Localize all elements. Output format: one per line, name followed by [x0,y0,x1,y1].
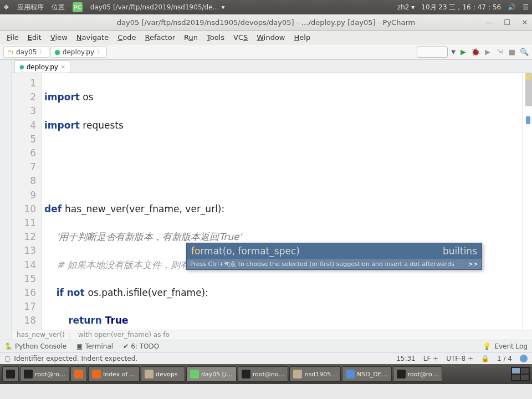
python-icon: ● [19,64,24,70]
ime-indicator[interactable]: zh2 ▾ [397,3,415,11]
power-icon[interactable]: ☰ [523,3,529,11]
python-console-tab[interactable]: 🐍Python Console [4,342,66,350]
places-menu[interactable]: 位置 [52,3,65,12]
volume-icon[interactable]: 🔊 [508,3,516,11]
main-area: ● deploy.py × 12345678910111213141516171… [0,60,532,340]
markdown-icon [346,370,355,378]
left-toolwindow-bar[interactable] [0,60,12,340]
line-gutter: 12345678910111213141516171819 [12,73,42,330]
menu-bar: File Edit View Navigate Code Refactor Ru… [0,31,532,44]
menu-file[interactable]: File [3,32,22,43]
bcrumb-stmt[interactable]: with open(ver_fname) as fo [78,331,170,339]
pycharm-tray-icon[interactable]: PC [73,2,83,12]
lock-icon[interactable]: 🔒 [481,355,489,362]
debug-button[interactable]: 🐞 [471,48,480,56]
bulb-icon[interactable]: 💡 [483,342,491,350]
menu-run[interactable]: Run [181,32,201,43]
completion-item[interactable]: format(o, format_spec) builtins [187,243,482,259]
crumb-folder-label: day05 [16,48,37,56]
chevron-right-icon: 〉 [96,47,103,57]
editor-tabs: ● deploy.py × [12,60,532,73]
show-desktop-button[interactable] [2,366,19,382]
hector-icon[interactable] [520,355,528,362]
line-separator[interactable]: LF ÷ [423,355,438,362]
whisker-icon[interactable]: ❖ [3,3,9,11]
completion-popup[interactable]: format(o, format_spec) builtins Press Ct… [186,243,482,270]
maximize-button[interactable]: ☐ [503,18,511,27]
run-config-selector[interactable] [417,47,448,58]
task-terminal-2[interactable]: root@ro… [393,366,442,382]
menu-help[interactable]: Help [291,32,314,43]
task-pycharm[interactable]: day05 [/… [186,366,237,382]
task-terminal-1[interactable]: root@ro… [20,366,69,382]
terminal-tab[interactable]: ▣Terminal [76,342,113,350]
code-text[interactable]: import os import requests def has_new_ve… [42,73,522,330]
coverage-button[interactable]: ▶ [483,48,492,56]
dropdown-icon[interactable]: ▼ [451,49,456,55]
menu-window[interactable]: Window [253,32,288,43]
terminal-icon: ▣ [76,342,83,350]
breadcrumb: 🗀 day05 〉 ● deploy.py 〉 [3,46,107,58]
stop-button[interactable]: ■ [508,48,516,56]
right-gutter[interactable] [522,73,532,330]
close-tab-icon[interactable]: × [60,63,65,70]
attach-button[interactable]: ⇲ [495,48,504,56]
task-devops[interactable]: devops [141,366,185,382]
crumb-folder[interactable]: 🗀 day05 〉 [3,46,49,58]
todo-tab[interactable]: ✔6: TODO [123,342,159,350]
encoding[interactable]: UTF-8 ÷ [446,355,473,362]
crumb-file-label: deploy.py [63,48,94,56]
folder-icon: 🗀 [7,48,14,56]
python-file-icon: ● [54,48,60,56]
menu-edit[interactable]: Edit [24,32,45,43]
minimize-button[interactable]: — [485,18,493,27]
status-bar: ▢ Identifier expected. Indent expected. … [0,352,532,364]
event-log-tab[interactable]: Event Log [494,342,528,350]
menu-navigate[interactable]: Navigate [73,32,112,43]
menu-code[interactable]: Code [114,32,139,43]
pycharm-tray-title[interactable]: day05 [/var/ftp/nsd2019/nsd1905/de… ▾ [90,3,225,11]
folder-icon [293,370,302,378]
tool-strip: 🐍Python Console ▣Terminal ✔6: TODO 💡 Eve… [0,340,532,352]
editor-panel: ● deploy.py × 12345678910111213141516171… [12,60,532,340]
task-nsdde[interactable]: NSD_DE… [342,366,392,382]
caret-position[interactable]: 15:31 [396,355,416,362]
window-titlebar: day05 [/var/ftp/nsd2019/nsd1905/devops/d… [0,14,532,31]
todo-icon: ✔ [123,342,129,350]
workspace-switcher[interactable] [511,367,530,381]
completion-source: builtins [443,245,477,257]
menu-refactor[interactable]: Refactor [141,32,178,43]
bcrumb-fn[interactable]: has_new_ver() [17,331,65,339]
expand-hint-icon[interactable]: >> [468,260,478,268]
window-title: day05 [/var/ftp/nsd2019/nsd1905/devops/d… [0,18,532,27]
menu-tools[interactable]: Tools [203,32,228,43]
editor-breadcrumb: has_new_ver() 〉 with open(ver_fname) as … [12,330,532,340]
task-indexof[interactable]: Index of … [88,366,140,382]
apps-menu[interactable]: 应用程序 [17,3,44,12]
firefox-icon [92,370,101,378]
status-square-icon[interactable]: ▢ [4,355,11,362]
match-count: 1 / 4 [497,355,512,362]
code-area[interactable]: 12345678910111213141516171819 import os … [12,73,532,330]
inspection-indicator[interactable] [525,74,531,80]
search-icon[interactable]: 🔍 [520,48,529,56]
clock[interactable]: 10月 23 三，16：47：56 [421,3,501,12]
task-rootno[interactable]: root@no… [238,366,289,382]
completion-hint: Press Ctrl+句点 to choose the selected (or… [187,259,482,269]
menu-view[interactable]: View [47,32,71,43]
system-panel: ❖ 应用程序 位置 PC day05 [/var/ftp/nsd2019/nsd… [0,0,532,14]
terminal-icon [24,370,33,378]
firefox-icon [74,370,83,378]
task-firefox[interactable] [70,366,87,382]
task-nsd1905[interactable]: nsd1905… [289,366,341,382]
python-icon: 🐍 [4,342,13,350]
db-toolwindow-icon[interactable] [526,116,530,124]
tab-deploy-py[interactable]: ● deploy.py × [14,60,70,73]
crumb-file[interactable]: ● deploy.py 〉 [50,46,107,58]
menu-vcs[interactable]: VCS [230,32,251,43]
tab-label: deploy.py [27,63,58,71]
chevron-right-icon: 〉 [39,47,45,57]
run-button[interactable]: ▶ [459,48,468,56]
close-button[interactable]: ✕ [521,18,529,27]
status-message: Identifier expected. Indent expected. [14,355,396,362]
